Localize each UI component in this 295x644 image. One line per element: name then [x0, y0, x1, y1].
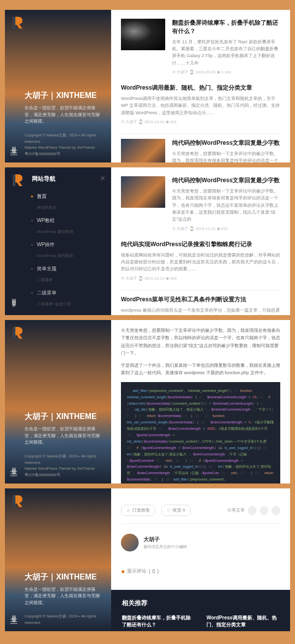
site-description: 生命是一团欲望，欲望不能满足便痛苦，满足便无聊，人生就在痛苦与无聊之间摇摆。: [25, 586, 104, 607]
sidebar: 网站菜单 大胡子｜XINTHEME 生命是一团欲望，欲望不能满足便痛苦，满足便无…: [5, 488, 111, 631]
article-paragraph: 于是我进了一个外法，我们算算按一下串也仅的限复数等的数量，我就在直接上搜索到了这…: [121, 362, 280, 377]
post-item[interactable]: 纯代码控制WordPress文章回复最少字数 今天突发奇想，想要限制一下文章评论…: [121, 176, 280, 231]
article-content: 今天突发奇想，想要限制一下文章评论中的最少字数。因为，我发现现在有很多向下复仅包…: [111, 320, 290, 483]
article-paragraph: 今天突发奇想，想要限制一下文章评论中的最少字数。因为，我发现现在有很多向下复仅包…: [121, 327, 280, 357]
code-block: 1add_filter('preprocess_comment', 'minim…: [121, 382, 280, 483]
related-item[interactable]: WordPress调用最新、随机、热门、指定分类文章 WordPress调用不使…: [206, 614, 279, 631]
bookmark-button[interactable]: ☆ 订发效告: [121, 505, 155, 516]
nav-heading: 网站导航: [12, 175, 104, 183]
post-title[interactable]: WordPress菜单可见性和工具条件判断设置方法: [121, 295, 280, 304]
post-meta: ♔ 大胡子 ⌚ 2019-12-21 ◉ 831: [121, 119, 280, 125]
author-bio: 被你没忘关注的个小编辑: [144, 544, 187, 549]
nav-item-home[interactable]: 首页: [12, 189, 104, 204]
nav-item[interactable]: 简单主题: [12, 261, 104, 276]
post-title[interactable]: 纯代码实现WordPress记录搜索引擎蜘蛛爬行记录: [121, 240, 280, 249]
vertical-menu-toggle[interactable]: 网站菜单: [9, 143, 19, 155]
site-title: 大胡子｜XINTHEME: [25, 572, 104, 582]
post-meta: ♔ 大胡子 ⌚ 2020-02-23 ◉ 1.104: [172, 69, 280, 75]
post-meta: ♔ 大胡子 ⌚ 2019-12-21 ◉ 831: [172, 226, 280, 231]
nav-panel: × 网站菜单 × 网站导航 首页 本站的首页 WP教程 WordPress 建站…: [5, 167, 111, 315]
post-excerpt: 去年 11 月，摩托罗拉抢先发布了 Razr 新款折叠屏手机。紧接着，三星在今年…: [172, 38, 280, 67]
vertical-menu-toggle[interactable]: 网站菜单: [9, 612, 19, 624]
site-description: 生命是一团欲望，欲望不能满足便痛苦，满足便无聊，人生就在痛苦与无聊之间摇摆。: [25, 426, 104, 446]
article-footer: ☆ 订发效告 ♡ 收货 0 分享文章 大胡子 被你没忘关注的个小编辑 ●: [111, 488, 290, 590]
share-icon[interactable]: [260, 506, 268, 515]
logo[interactable]: [10, 15, 26, 31]
share-label: 分享文章: [227, 507, 245, 514]
related-heading: 相关推荐: [122, 599, 279, 608]
post-item[interactable]: WordPress菜单可见性和工具条件判断设置方法 wordpress 最核心的…: [121, 295, 280, 315]
post-item[interactable]: 翻盖折叠屏诗续摩车，折叠手机除了酷还有什么？ 去年 11 月，摩托罗拉抢先发布了…: [121, 19, 280, 75]
post-thumbnail: [121, 139, 165, 162]
vertical-menu-toggle[interactable]: 网站菜单: [9, 464, 19, 476]
post-title[interactable]: WordPress调用最新、随机、热门、指定分类文章: [121, 84, 280, 92]
post-excerpt: WordPress调用不使用插件其实很简单取到文章，热门文章和随机文章的，关于 …: [121, 95, 280, 116]
post-excerpt: wordpress 最核心的功能其实是一个发布文章的平台，但如果一篇文章，只能想…: [121, 307, 280, 315]
comments-toggle[interactable]: ● 显示评论 (0): [121, 561, 280, 581]
logo[interactable]: [10, 325, 26, 341]
site-footer: Copyright © Naivee主题. 2019 • All rights …: [25, 453, 104, 479]
post-title[interactable]: 纯代码控制WordPress文章回复最少字数: [172, 139, 280, 147]
post-title[interactable]: 纯代码控制WordPress文章回复最少字数: [172, 176, 280, 185]
site-footer: Copyright © Naivee主题. 2019 • All rights …: [25, 613, 104, 626]
hamburger-icon: [10, 471, 17, 476]
sidebar: 网站菜单 大胡子｜XINTHEME 生命是一团欲望，欲望不能满足便痛苦，满足便无…: [5, 10, 111, 162]
share-icon[interactable]: [248, 506, 257, 515]
related-section: 相关推荐 翻盖折叠诗续摩车，折叠手机除了酷还有什么？ 去年 11月摩，摩托罗拉抢…: [111, 590, 290, 631]
logo[interactable]: [10, 172, 26, 188]
nav-item[interactable]: WP教程: [12, 213, 104, 228]
post-thumbnail: [121, 19, 165, 50]
avatar[interactable]: [121, 534, 139, 551]
post-title[interactable]: 翻盖折叠屏诗续摩车，折叠手机除了酷还有什么？: [172, 19, 280, 35]
author-name[interactable]: 大胡子: [144, 536, 187, 543]
post-excerpt: 今天突发奇想，想要限制一下文章评论中的最少字数。因为，我发现现在有很多回复是纯乎…: [172, 150, 280, 162]
share-icon[interactable]: [271, 506, 280, 515]
like-button[interactable]: ♡ 收货 0: [161, 505, 191, 516]
site-description: 生命是一团欲望，欲望不能满足便痛苦，满足便无聊，人生就在痛苦与无聊之间摇摆。: [25, 105, 104, 125]
site-title: 大胡子｜XINTHEME: [25, 91, 104, 101]
logo[interactable]: [10, 493, 26, 509]
post-excerpt: 很多站观网站收录有问题时，可能就是当时说过的就是搜索的投放解，对手网站的内容是吸…: [121, 252, 280, 273]
post-item[interactable]: 纯代码实现WordPress记录搜索引擎蜘蛛爬行记录 很多站观网站收录有问题时，…: [121, 240, 280, 281]
post-meta: ♔ 大胡子 ⌚ 2019-12-21 ◉ 588: [121, 276, 280, 281]
post-item[interactable]: 纯代码控制WordPress文章回复最少字数 今天突发奇想，想要限制一下文章评论…: [121, 139, 280, 162]
post-excerpt: 今天突发奇想，想要限制一下文章评论中的最少字数。因为，我发现现在有很多回复是纯乎…: [172, 188, 280, 223]
nav-item[interactable]: 二级菜单: [12, 286, 104, 300]
nav-item[interactable]: WP插件: [12, 237, 104, 252]
sidebar: 网站菜单 大胡子｜XINTHEME 生命是一团欲望，欲望不能满足便痛苦，满足便无…: [5, 320, 111, 483]
author-box: 大胡子 被你没忘关注的个小编辑: [121, 524, 280, 561]
hamburger-icon: [10, 619, 17, 624]
main-content: 纯代码控制WordPress文章回复最少字数 今天突发奇想，想要限制一下文章评论…: [111, 167, 290, 315]
post-thumbnail: [121, 176, 165, 208]
site-title: 大胡子｜XINTHEME: [25, 412, 104, 422]
hamburger-icon: [10, 150, 17, 155]
social-bar: ☆ 订发效告 ♡ 收货 0 分享文章: [121, 497, 280, 524]
related-item[interactable]: 翻盖折叠诗续摩车，折叠手机除了酷还有什么？ 去年 11月摩，摩托罗拉抢先发布了 …: [122, 614, 195, 631]
post-item[interactable]: WordPress调用最新、随机、热门、指定分类文章 WordPress调用不使…: [121, 84, 280, 125]
close-icon[interactable]: ×: [100, 173, 105, 184]
site-footer: Copyright © Naivee主题. 2019 • All rights …: [25, 132, 104, 158]
main-content: 翻盖折叠屏诗续摩车，折叠手机除了酷还有什么？ 去年 11 月，摩托罗拉抢先发布了…: [111, 10, 290, 162]
